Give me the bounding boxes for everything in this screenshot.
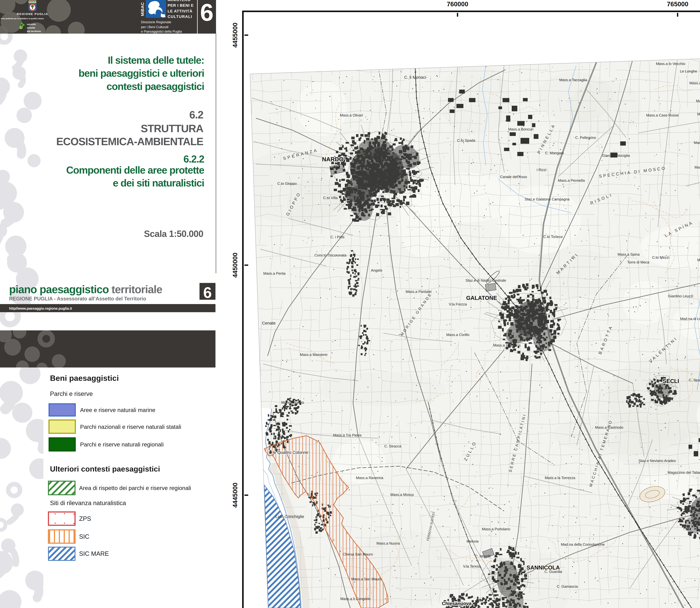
- svg-text:contesti paesaggistici: contesti paesaggistici: [107, 81, 204, 92]
- svg-text:PER I BENI E: PER I BENI E: [168, 3, 194, 7]
- svg-text:Mass.a Ravenna: Mass.a Ravenna: [356, 476, 383, 480]
- svg-text:Le Longhe: Le Longhe: [680, 69, 697, 73]
- svg-text:Mass.a Malevindi: Mass.a Malevindi: [694, 140, 700, 145]
- svg-text:Parchi e riserve: Parchi e riserve: [50, 390, 93, 397]
- svg-text:Staz.e di Nardo' Centrale: Staz.e di Nardo' Centrale: [466, 278, 506, 283]
- svg-text:4455000: 4455000: [231, 22, 239, 48]
- svg-text:Ulteriori contesti paesaggisti: Ulteriori contesti paesaggistici: [50, 464, 160, 473]
- svg-text:Mass.a Castriodo: Mass.a Castriodo: [595, 425, 623, 430]
- svg-text:servizio: servizio: [27, 23, 36, 26]
- svg-text:LE ATTIVITÀ: LE ATTIVITÀ: [168, 9, 192, 13]
- svg-text:765000: 765000: [667, 0, 688, 8]
- svg-text:Mass.a Lovila: Mass.a Lovila: [696, 99, 700, 103]
- svg-text:Staz.e Neviano Aradeo: Staz.e Neviano Aradeo: [639, 459, 676, 463]
- svg-text:STRUTTURA: STRUTTURA: [141, 122, 204, 134]
- svg-text:Siti di rilevanza naturalistic: Siti di rilevanza naturalistica: [50, 499, 126, 506]
- svg-text:Mass.a Mosco: Mass.a Mosco: [390, 493, 414, 497]
- svg-text:Parchi nazionali e riserve nat: Parchi nazionali e riserve naturali stat…: [80, 424, 181, 430]
- svg-text:Lido Conchiglie: Lido Conchiglie: [276, 514, 304, 519]
- svg-text:Chiesanuova: Chiesanuova: [442, 601, 472, 606]
- svg-text:Aree e riserve naturali marine: Aree e riserve naturali marine: [80, 407, 155, 413]
- svg-text:Mass.a Corillo: Mass.a Corillo: [446, 332, 469, 337]
- svg-text:MiBAC: MiBAC: [140, 2, 145, 16]
- svg-text:Mass.a li Congedo: Mass.a li Congedo: [340, 597, 371, 601]
- svg-text:Giardino Leuzzi: Giardino Leuzzi: [668, 294, 693, 298]
- svg-text:Mass.a Pantalei: Mass.a Pantalei: [406, 289, 432, 294]
- svg-text:per i Beni Culturali: per i Beni Culturali: [141, 25, 168, 29]
- svg-text:Mass.a la Torrezza: Mass.a la Torrezza: [545, 476, 575, 480]
- svg-text:C.to Gioppo: C.to Gioppo: [277, 182, 297, 186]
- svg-text:Magazzino del Tabacco: Magazzino del Tabacco: [667, 470, 700, 475]
- svg-text:Mass.a Spina: Mass.a Spina: [618, 252, 640, 256]
- svg-text:Mass.a Nuova: Mass.a Nuova: [376, 541, 400, 546]
- svg-text:NARDO': NARDO': [322, 156, 345, 163]
- svg-text:Mass.a Pennella: Mass.a Pennella: [558, 178, 585, 183]
- svg-text:C.to Spada: C.to Spada: [457, 138, 475, 142]
- svg-text:Mad.na della Consolazione: Mad.na della Consolazione: [561, 542, 605, 547]
- svg-text:Mass.a Tre Pietre: Mass.a Tre Pietre: [333, 433, 362, 437]
- svg-text:C.to Mezzi: C.to Mezzi: [652, 255, 669, 260]
- svg-text:6.2: 6.2: [189, 109, 203, 121]
- svg-text:C. Guardia: C. Guardia: [545, 570, 562, 574]
- svg-text:Direzione Regionale: Direzione Regionale: [141, 20, 171, 24]
- svg-text:Mass.a Portolano: Mass.a Portolano: [482, 527, 510, 531]
- svg-text:Mass.a lo Vecchio: Mass.a lo Vecchio: [656, 62, 685, 66]
- svg-text:C. i Preti: C. i Preti: [330, 235, 344, 239]
- svg-text:beni paesaggistici e ulteriori: beni paesaggistici e ulteriori: [78, 68, 204, 79]
- svg-text:Mass.a Taccaglia: Mass.a Taccaglia: [559, 78, 587, 82]
- svg-text:e dei siti naturalistici: e dei siti naturalistici: [113, 177, 204, 189]
- svg-text:ECOSISTEMICA-AMBIENTALE: ECOSISTEMICA-AMBIENTALE: [56, 135, 203, 147]
- svg-text:C.to Torlece: C.to Torlece: [543, 235, 563, 239]
- svg-text:Mass.a Mutana: Mass.a Mutana: [697, 258, 700, 262]
- svg-text:Cenate: Cenate: [262, 321, 276, 325]
- svg-text:Meforie: Meforie: [467, 539, 479, 544]
- svg-text:Giardino Nociglia: Giardino Nociglia: [602, 153, 630, 158]
- svg-text:Staz.e Galatone Campagna: Staz.e Galatone Campagna: [525, 197, 570, 201]
- svg-text:Mass.a Boncuri: Mass.a Boncuri: [508, 127, 533, 131]
- svg-text:Parchi e riserve naturali regi: Parchi e riserve naturali regionali: [80, 441, 164, 448]
- svg-text:V.la Teresa: V.la Teresa: [463, 564, 481, 568]
- svg-text:C. Mangani: C. Mangani: [545, 151, 564, 155]
- svg-text:C. Pellegrino: C. Pellegrino: [575, 135, 596, 140]
- svg-text:le Quattro Colonne: le Quattro Colonne: [273, 450, 308, 455]
- svg-text:Scala 1:50.000: Scala 1:50.000: [144, 229, 203, 239]
- svg-text:MINISTERO: MINISTERO: [168, 0, 191, 2]
- svg-text:i Rizzi: i Rizzi: [536, 168, 546, 172]
- svg-text:760000: 760000: [447, 0, 468, 8]
- svg-text:Mass.a Masserei: Mass.a Masserei: [300, 353, 327, 357]
- svg-text:e Paesaggistici della Puglia: e Paesaggistici della Puglia: [141, 30, 182, 33]
- svg-text:Mondonuovo: Mondonuovo: [281, 400, 304, 404]
- svg-text:C.to Villa: C.to Villa: [323, 196, 338, 200]
- svg-text:Area di rispetto dei parchi e: Area di rispetto dei parchi e riserve re…: [79, 485, 191, 491]
- svg-text:Mass.a Case Rosse: Mass.a Case Rosse: [646, 113, 679, 117]
- svg-text:Canale dell'Asso: Canale dell'Asso: [500, 175, 527, 179]
- svg-text:CULTURALI: CULTURALI: [168, 14, 192, 19]
- svg-text:V.la Frezza: V.la Frezza: [449, 302, 467, 306]
- svg-text:SIC: SIC: [79, 533, 89, 540]
- svg-text:Mass.a l'Abbazia: Mass.a l'Abbazia: [493, 343, 521, 347]
- svg-text:C. Spagnolo: C. Spagnolo: [689, 378, 700, 382]
- svg-text:C. Stracca: C. Stracca: [384, 444, 401, 448]
- svg-text:Componenti delle aree protette: Componenti delle aree protette: [66, 165, 204, 176]
- svg-text:4450000: 4450000: [231, 252, 239, 278]
- svg-text:piano paesaggistico territoria: piano paesaggistico territoriale: [9, 283, 162, 296]
- svg-text:Mad.na delle Grazie: Mad.na delle Grazie: [697, 112, 700, 116]
- svg-text:Mass.a San Mauro: Mass.a San Mauro: [351, 577, 382, 581]
- svg-text:Area politiche per la mobilità: Area politiche per la mobilità e la qual…: [1, 18, 44, 20]
- svg-text:SIC MARE: SIC MARE: [79, 550, 109, 557]
- svg-text:SECLI: SECLI: [663, 378, 679, 384]
- svg-text:Mass.a Penta: Mass.a Penta: [263, 271, 286, 276]
- svg-text:Chiesa San Mauro: Chiesa San Mauro: [343, 552, 373, 556]
- svg-text:6.2.2: 6.2.2: [184, 153, 204, 165]
- svg-text:C. Morelli: C. Morelli: [475, 554, 490, 558]
- svg-text:Conv.to l'Incoronata: Conv.to l'Incoronata: [315, 253, 346, 257]
- svg-text:Angelo: Angelo: [371, 268, 382, 272]
- svg-text:Mass.a la Lama: Mass.a la Lama: [689, 81, 700, 85]
- svg-text:Il sistema delle tutele:: Il sistema delle tutele:: [108, 55, 204, 66]
- svg-text:REGIONE PUGLIA - Assessorato a: REGIONE PUGLIA - Assessorato all’Assetto…: [9, 296, 146, 302]
- svg-text:Beni paesaggistici: Beni paesaggistici: [50, 374, 119, 382]
- svg-text:GALATONE: GALATONE: [466, 295, 497, 301]
- svg-text:C. li Monaci: C. li Monaci: [404, 75, 426, 79]
- svg-text:Mass.a Olivari: Mass.a Olivari: [340, 113, 363, 117]
- svg-text:assetto: assetto: [27, 26, 35, 29]
